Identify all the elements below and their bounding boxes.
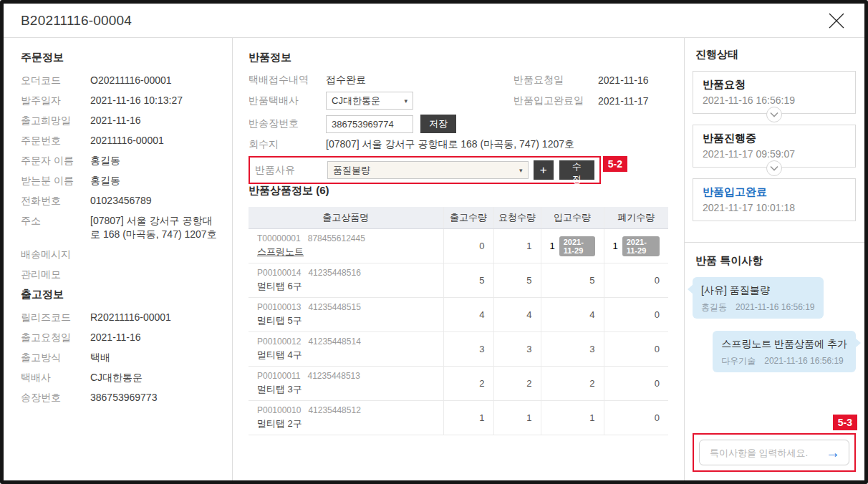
order-field-row: 배송메시지: [21, 248, 219, 261]
progress-step-title: 반품입고완료: [703, 185, 846, 199]
release-field-label: 송장번호: [21, 391, 90, 405]
order-field-label: 발주일자: [21, 94, 90, 107]
item-code-value: P00100010: [257, 405, 301, 415]
return-info-grid: 택배접수내역 접수완료 반품요청일 2021-11-16 반품택배사 CJ대한통…: [249, 74, 668, 151]
item-barcode-value: 41235448513: [308, 371, 360, 381]
requested-qty-cell: 4: [493, 298, 541, 332]
annotation-badge-5-3: 5-3: [833, 415, 857, 430]
return-reason-highlight-box: 반품사유 품질불량 ▾ + 수정: [249, 156, 601, 184]
inbound-date-label: 반품입고완료일: [513, 95, 598, 107]
item-name: 멀티탭 5구: [257, 314, 435, 327]
item-name-cell: P0010001341235448515멀티탭 5구: [249, 298, 443, 332]
table-column-header: 폐기수량: [604, 207, 668, 229]
shipped-qty-cell: 1: [443, 401, 493, 435]
receipt-value: 접수완료: [326, 74, 513, 87]
qty-value: 1: [613, 241, 618, 251]
item-barcode-value: 41235448512: [308, 405, 360, 415]
item-code-value: P00100014: [257, 268, 301, 278]
item-code-value: P00100012: [257, 337, 301, 347]
note-message-author: 홍길동: [701, 301, 727, 313]
inbound-qty-cell: 5: [541, 263, 604, 298]
shipped-qty-cell: 3: [443, 332, 493, 367]
disposed-qty-cell: 0: [604, 401, 668, 435]
edit-reason-button[interactable]: 수정: [559, 160, 594, 180]
table-column-header: 출고상품명: [249, 207, 443, 229]
return-reason-label: 반품사유: [255, 164, 327, 177]
release-field-value: 택배: [90, 351, 110, 364]
order-field-label: 출고희망일: [21, 114, 90, 127]
order-field-row: 주문자 이름홍길동: [21, 154, 219, 168]
note-message-datetime: 2021-11-16 16:56:19: [764, 355, 844, 367]
order-field-row: 받는분 이름홍길동: [21, 174, 219, 188]
add-reason-button[interactable]: +: [534, 160, 554, 180]
order-field-label: 주소: [21, 214, 90, 241]
return-reason-select[interactable]: 품질불량 ▾: [327, 161, 529, 179]
item-code-value: P00100011: [257, 371, 301, 381]
table-row: T00000001878455612445스프링노트0112021-11-291…: [249, 229, 668, 263]
save-button[interactable]: 저장: [420, 115, 456, 133]
qty-value: 1: [550, 241, 555, 251]
progress-step-datetime: 2021-11-17 10:01:18: [703, 202, 846, 213]
date-badge: 2021-11-29: [559, 236, 595, 256]
item-code: P0010001041235448512: [257, 405, 435, 415]
progress-step-datetime: 2021-11-16 16:56:19: [703, 95, 846, 106]
inbound-qty-cell: 12021-11-29: [541, 229, 604, 263]
order-field-value: O20211116-00001: [90, 74, 172, 87]
table-row: P0010001041235448512멀티탭 2구1110: [249, 401, 668, 435]
status-column: 진행상태 반품요청2021-11-16 16:56:19반품진행중2021-11…: [684, 38, 864, 480]
release-field-label: 릴리즈코드: [21, 311, 90, 324]
release-info-heading: 출고정보: [21, 288, 219, 301]
order-field-label: 오더코드: [21, 74, 90, 87]
requested-qty-cell: 1: [493, 401, 541, 435]
progress-step-card: 반품진행중2021-11-17 09:59:07: [693, 125, 856, 168]
disposed-qty-cell: 0: [604, 332, 668, 367]
shipped-qty-cell: 4: [443, 298, 493, 332]
note-input-pill: →: [699, 440, 849, 465]
right-column-divider: [685, 242, 864, 243]
disposed-qty-cell: 0: [604, 298, 668, 332]
return-info-heading: 반품정보: [249, 51, 668, 64]
item-name: 멀티탭 3구: [257, 383, 435, 396]
table-column-header: 출고수량: [443, 207, 493, 229]
order-field-value: 홍길동: [90, 154, 120, 168]
item-barcode-value: 41235448515: [308, 302, 360, 312]
chevron-down-circle-icon: [766, 107, 782, 122]
send-arrow-icon[interactable]: →: [821, 444, 844, 461]
progress-step-datetime: 2021-11-17 09:59:07: [703, 148, 846, 160]
note-message-bubble: 스프링노트 반품상품에 추가다우기술2021-11-16 16:56:19: [713, 331, 856, 372]
note-input-highlight-box: →: [693, 433, 856, 472]
modal-header: B20211116-00004: [4, 4, 864, 38]
order-field-row: 오더코드O20211116-00001: [21, 74, 219, 87]
return-items-table: 출고상품명출고수량요청수량입고수량폐기수량 T00000001878455612…: [249, 207, 668, 435]
requested-qty-cell: 2: [493, 367, 541, 401]
return-invoice-label: 반송장번호: [249, 117, 326, 130]
page-title: B20211116-00004: [21, 13, 132, 29]
item-name-cell: P0010001441235448516멀티탭 6구: [249, 263, 443, 298]
inbound-qty-cell: 1: [541, 401, 604, 435]
return-info-column: 반품정보 택배접수내역 접수완료 반품요청일 2021-11-16 반품택배사 …: [233, 38, 684, 480]
note-input[interactable]: [708, 447, 821, 459]
release-field-row: 릴리즈코드R20211116-00001: [21, 311, 219, 324]
order-info-fields: 오더코드O20211116-00001발주일자2021-11-16 10:13:…: [21, 74, 219, 281]
order-field-value: 20211116-00001: [90, 134, 164, 147]
pickup-address-label: 회수지: [249, 138, 326, 151]
close-icon[interactable]: [824, 9, 849, 33]
shipped-qty-cell: 0: [443, 229, 493, 263]
inbound-qty-cell: 4: [541, 298, 604, 332]
order-field-row: 관리메모: [21, 268, 219, 281]
item-name-link[interactable]: 스프링노트: [257, 246, 435, 258]
request-date-value: 2021-11-16: [598, 74, 668, 86]
disposed-qty-cell: 12021-11-29: [604, 229, 668, 263]
progress-step-title: 반품요청: [703, 78, 846, 92]
return-invoice-input[interactable]: [326, 115, 413, 133]
note-message-text: 스프링노트 반품상품에 추가: [721, 337, 847, 351]
item-name: 멀티탭 2구: [257, 417, 435, 430]
chevron-down-circle-icon: [766, 160, 782, 176]
order-field-value: [07807] 서울 강서구 공항대로 168 (마곡동, 747) 1207호: [90, 214, 219, 241]
inbound-qty-cell: 3: [541, 332, 604, 367]
progress-steps: 반품요청2021-11-16 16:56:19반품진행중2021-11-17 0…: [693, 71, 856, 232]
return-reason-value: 품질불량: [333, 164, 370, 177]
return-courier-select[interactable]: CJ대한통운 ▾: [326, 92, 413, 110]
requested-qty-cell: 5: [493, 263, 541, 298]
return-reason-row: 반품사유 품질불량 ▾ + 수정 5-2: [249, 156, 601, 184]
